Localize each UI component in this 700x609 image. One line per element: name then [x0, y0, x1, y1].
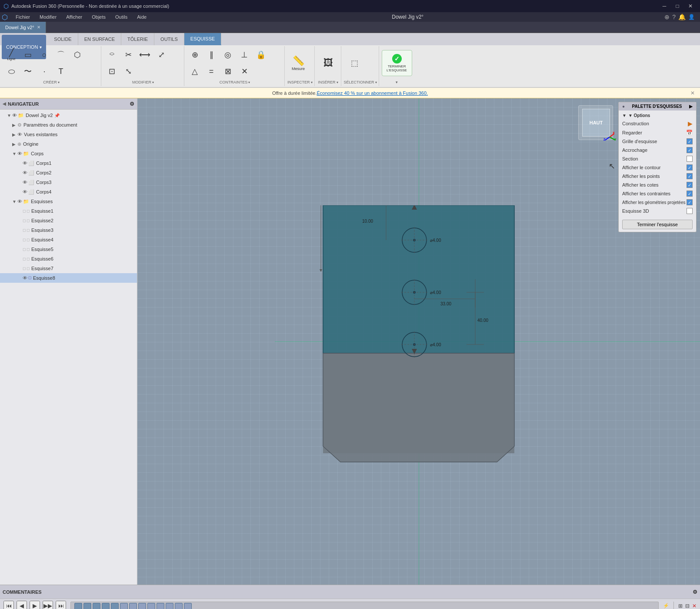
timeline-item[interactable] — [157, 603, 164, 609]
menu-file[interactable]: Fichier — [11, 12, 34, 22]
sp-arrow-icon[interactable]: ▶ — [689, 104, 693, 109]
tool-insert-image[interactable]: 🖼 — [317, 50, 339, 76]
tab-tolerie[interactable]: TÔLERIE — [121, 33, 154, 45]
menu-help[interactable]: Aide — [133, 12, 151, 22]
contraintes-label[interactable]: CONTRAINTES ▾ — [187, 79, 283, 85]
sp-row-geo-proj[interactable]: Afficher les géométries projetées ✓ — [619, 198, 696, 207]
tool-circle[interactable]: ○ — [37, 47, 52, 63]
tool-constraint-coincident[interactable]: ⊕ — [187, 47, 203, 63]
sp-row-contour[interactable]: Afficher le contour ✓ — [619, 163, 696, 172]
timeline-last-button[interactable]: ⏭ — [56, 601, 66, 609]
creer-label[interactable]: CRÉER ▾ — [3, 79, 99, 85]
timeline-item[interactable] — [175, 603, 183, 609]
sp-checkbox-grille[interactable]: ✓ — [687, 138, 693, 144]
menu-view[interactable]: Afficher — [62, 12, 87, 22]
tool-trim[interactable]: ✂ — [120, 47, 136, 63]
notif-link[interactable]: Économisez 40 % sur un abonnement à Fusi… — [317, 90, 428, 96]
tool-constraint-symmetric[interactable]: ⊠ — [220, 64, 236, 79]
timeline-item[interactable] — [93, 603, 100, 609]
finish-sketch-button[interactable]: ✓ TERMINERL'ESQUISSE — [382, 50, 412, 76]
tool-constraint-midpoint[interactable]: ⊥ — [237, 47, 252, 63]
menu-tools[interactable]: Outils — [111, 12, 132, 22]
tool-constraint-equal[interactable]: = — [203, 64, 219, 79]
nav-item-origine[interactable]: ▶ ⊕ Origine — [0, 139, 137, 149]
timeline-item[interactable] — [111, 603, 119, 609]
sp-row-cotes[interactable]: Afficher les cotes ✓ — [619, 181, 696, 189]
nav-item-esquisse3[interactable]: ▶ ◻◻ Esquisse3 — [0, 225, 137, 235]
sp-row-accrochage[interactable]: Accrochage ✓ — [619, 146, 696, 154]
sp-options-collapse-icon[interactable]: ▼ — [622, 113, 627, 118]
nav-item-corps1[interactable]: ▶ 👁 ⬜ Corps1 — [0, 158, 137, 168]
tool-constraint-cross[interactable]: ✕ — [237, 64, 252, 79]
timeline-item[interactable] — [129, 603, 137, 609]
tool-extend[interactable]: ⟷ — [137, 47, 153, 63]
tool-rectangle[interactable]: ▭ — [20, 47, 36, 63]
inspecter-label[interactable]: INSPECTER ▾ — [287, 79, 313, 85]
nav-item-esquisse1[interactable]: ▶ ◻◻ Esquisse1 — [0, 206, 137, 216]
nav-item-vues[interactable]: ▶ 👁 Vues existantes — [0, 130, 137, 139]
sp-checkbox-geo-proj[interactable]: ✓ — [687, 199, 693, 205]
tool-measure[interactable]: 📏 Mesure — [287, 50, 309, 76]
sp-checkbox-section[interactable] — [687, 156, 693, 162]
modifier-label[interactable]: MODIFIER ▾ — [104, 79, 182, 85]
tab-solide[interactable]: SOLIDE — [48, 33, 78, 45]
timeline-item[interactable] — [102, 603, 110, 609]
sp-row-grille[interactable]: Grille d'esquisse ✓ — [619, 137, 696, 146]
timeline-item[interactable] — [83, 603, 91, 609]
nav-item-corps4[interactable]: ▶ 👁 ⬜ Corps4 — [0, 187, 137, 197]
navigator-settings-icon[interactable]: ⚙ — [130, 101, 134, 107]
tool-fillet[interactable]: ⌔ — [104, 47, 120, 63]
timeline-next-button[interactable]: ▶▶ — [43, 601, 53, 609]
active-tab[interactable]: Dowel Jig v2° ✕ — [0, 22, 46, 33]
sp-checkbox-contour[interactable]: ✓ — [687, 164, 693, 171]
nav-item-esquisse4[interactable]: ▶ ◻◻ Esquisse4 — [0, 235, 137, 244]
display-settings-icon[interactable]: ⊞ — [678, 603, 683, 609]
timeline-play-button[interactable]: ▶ — [30, 601, 40, 609]
tab-add-button[interactable]: ⊕ — [664, 13, 670, 20]
nav-item-esquisse7[interactable]: ▶ ◻◻ Esquisse7 — [0, 264, 137, 273]
tool-select[interactable]: ⬚ — [344, 50, 366, 76]
comments-settings-icon[interactable]: ⚙ — [693, 589, 697, 595]
nav-collapse-icon[interactable]: ◀ — [3, 101, 6, 106]
nav-item-corps3[interactable]: ▶ 👁 ⬜ Corps3 — [0, 177, 137, 187]
tool-offset[interactable]: ⊡ — [104, 64, 120, 79]
tool-scale[interactable]: ⤡ — [120, 64, 136, 79]
timeline-item[interactable] — [74, 603, 82, 609]
minimize-button[interactable]: ─ — [658, 2, 670, 10]
sp-row-esquisse3d[interactable]: Esquisse 3D — [619, 207, 696, 215]
tab-esquisse[interactable]: ESQUISSE — [184, 33, 221, 45]
sp-finish-sketch-button[interactable]: Terminer l'esquisse — [622, 220, 693, 229]
tab-outils[interactable]: OUTILS — [154, 33, 184, 45]
nav-item-esquisse5[interactable]: ▶ ◻◻ Esquisse5 — [0, 244, 137, 254]
sp-row-construction[interactable]: Construction ▶ — [619, 119, 696, 128]
terminer-label[interactable]: ▾ — [382, 79, 412, 85]
inserer-label[interactable]: INSÉRER ▾ — [317, 79, 339, 85]
tool-arc[interactable]: ⌒ — [53, 47, 69, 63]
nav-item-params[interactable]: ▶ ⚙ Paramètres du document — [0, 120, 137, 130]
sp-checkbox-contraintes[interactable]: ✓ — [687, 191, 693, 197]
tool-line[interactable]: ╱Ligne — [3, 47, 19, 63]
nav-item-esquisse2[interactable]: ▶ ◻◻ Esquisse2 — [0, 216, 137, 225]
nav-item-root[interactable]: ▼ 👁 📁 Dowel Jig v2 📌 — [0, 110, 137, 120]
sp-checkbox-esquisse3d[interactable] — [687, 208, 693, 214]
sp-row-section[interactable]: Section — [619, 154, 696, 163]
maximize-button[interactable]: □ — [671, 2, 683, 10]
error-indicator-icon[interactable]: ✕ — [692, 603, 697, 609]
timeline-prev-button[interactable]: ◀ — [17, 601, 27, 609]
sp-row-points[interactable]: Afficher les points ✓ — [619, 172, 696, 181]
tool-constraint-concentric[interactable]: ◎ — [220, 47, 236, 63]
nav-item-esquisse8[interactable]: ▶ 👁 ◻ Esquisse8 — [0, 273, 137, 283]
timeline-item[interactable] — [184, 603, 192, 609]
sp-checkbox-cotes[interactable]: ✓ — [687, 182, 693, 188]
timeline-item[interactable] — [120, 603, 128, 609]
selectionner-label[interactable]: SÉLECTIONNER ▾ — [344, 79, 377, 85]
nav-item-esquisse6[interactable]: ▶ ◻◻ Esquisse6 — [0, 254, 137, 264]
viewport[interactable]: 15.00 ⌀4.00 10.00 — [137, 98, 700, 585]
notifications-icon[interactable]: 🔔 — [678, 13, 686, 20]
timeline-first-button[interactable]: ⏮ — [3, 601, 14, 609]
tool-constraint-fix[interactable]: 🔒 — [253, 47, 269, 63]
timeline-item[interactable] — [138, 603, 146, 609]
tool-constraint-collinear[interactable]: ∥ — [203, 47, 219, 63]
tool-spline[interactable]: 〜 — [20, 64, 36, 79]
notif-close-button[interactable]: ✕ — [690, 90, 695, 96]
